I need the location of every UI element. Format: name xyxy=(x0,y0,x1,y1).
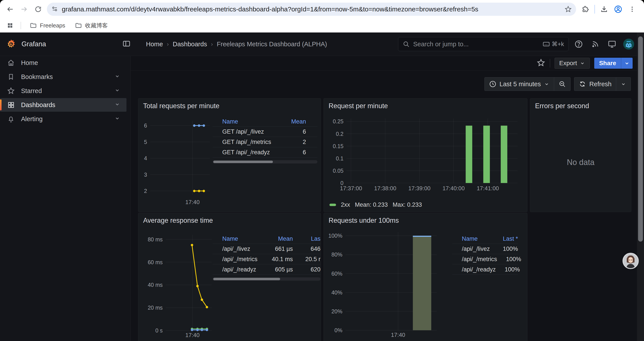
series-name[interactable]: /api/_/readyz xyxy=(462,266,496,273)
series-value: 40.1 ms xyxy=(266,256,298,263)
back-icon xyxy=(6,5,14,13)
forward-button[interactable] xyxy=(17,2,31,16)
legend-row[interactable]: /api/_/readyz605 µs620 xyxy=(212,264,320,275)
page-scrollbar[interactable] xyxy=(637,33,644,341)
panel-title[interactable]: Errors per second xyxy=(535,102,589,110)
panel-total-requests-per-minute[interactable]: Total requests per minute 6543217:40 Nam… xyxy=(138,98,321,212)
search-shortcut: ⌘+k xyxy=(542,40,564,48)
url-text[interactable]: grafana.mathmast.com/d/deytv4rwavabkb/fr… xyxy=(62,6,562,13)
share-menu-button[interactable] xyxy=(621,58,632,69)
series-name[interactable]: GET /api/_/readyz xyxy=(222,149,291,156)
svg-text:17:37:00: 17:37:00 xyxy=(340,185,362,192)
reload-button[interactable] xyxy=(31,2,45,16)
series-name[interactable]: 2xx xyxy=(341,201,350,208)
star-icon xyxy=(6,87,15,95)
scrollbar-thumb[interactable] xyxy=(638,37,643,242)
download-icon xyxy=(600,5,608,13)
apps-shortcut-button[interactable] xyxy=(4,20,16,31)
series-name[interactable]: /api/_/livez xyxy=(462,245,494,252)
legend-row[interactable]: GET /api/_/livez6 xyxy=(212,127,318,137)
line-chart[interactable]: 6543217:40 xyxy=(138,99,215,210)
legend-row[interactable]: /api/_/metrics40.1 ms20.5 r xyxy=(212,254,320,264)
series-name[interactable]: /api/_/metrics xyxy=(222,256,266,263)
bookmark-star-button[interactable] xyxy=(562,4,574,15)
panel-average-response-time[interactable]: Average response time 80 ms60 ms40 ms20 … xyxy=(138,213,321,341)
legend-row[interactable]: /api/_/metrics100% xyxy=(452,254,518,264)
share-split-button: Share xyxy=(594,58,632,69)
svg-text:17:40: 17:40 xyxy=(186,199,200,205)
sidebar-item-starred[interactable]: Starred xyxy=(0,84,126,98)
favorite-dashboard-button[interactable] xyxy=(536,58,545,68)
browser-menu-button[interactable] xyxy=(625,2,639,16)
series-value: 2 xyxy=(291,139,318,146)
svg-text:3: 3 xyxy=(144,172,147,178)
breadcrumb-separator: › xyxy=(167,41,169,48)
legend-horizontal-scrollbar[interactable] xyxy=(212,160,318,163)
keyboard-icon xyxy=(542,40,550,48)
series-color-pill xyxy=(330,204,336,206)
legend-row[interactable]: /api/_/livez661 µs646 xyxy=(212,244,320,254)
series-name[interactable]: GET /api/_/livez xyxy=(222,128,291,135)
svg-text:40 ms: 40 ms xyxy=(148,282,163,288)
bar-chart[interactable]: 0.250.20.150.10.05017:37:0017:38:0017:39… xyxy=(327,99,524,196)
legend-horizontal-scrollbar[interactable] xyxy=(212,277,320,281)
back-button[interactable] xyxy=(3,2,17,16)
panel-requests-under-100ms[interactable]: Requests under 100ms 100%80%60%40%20%0%1… xyxy=(324,213,528,341)
series-name[interactable]: GET /api/_/metrics xyxy=(222,139,291,146)
url-bar[interactable]: grafana.mathmast.com/d/deytv4rwavabkb/fr… xyxy=(47,3,576,16)
search-input[interactable]: Search or jump to... ⌘+k xyxy=(398,37,568,51)
line-chart[interactable]: 80 ms60 ms40 ms20 ms0 s17:40 xyxy=(138,213,215,341)
sidebar-item-alerting[interactable]: Alerting xyxy=(0,112,126,126)
bookmark-folder-blogs[interactable]: 收藏博客 xyxy=(71,20,112,31)
sidebar-item-dashboards[interactable]: Dashboards xyxy=(0,98,126,112)
breadcrumb-home[interactable]: Home xyxy=(146,41,163,48)
legend-table: NameMeanGET /api/_/livez6GET /api/_/metr… xyxy=(212,117,318,163)
refresh-button[interactable]: Refresh xyxy=(574,78,616,91)
chevron-down-icon[interactable] xyxy=(114,87,120,95)
sidebar-item-home[interactable]: Home xyxy=(0,56,126,70)
series-name[interactable]: /api/_/readyz xyxy=(222,266,266,273)
profile-button[interactable] xyxy=(611,2,625,16)
dashboard-subheader: Export Share xyxy=(131,56,644,71)
girl-avatar-icon xyxy=(624,254,638,268)
extensions-puzzle-icon xyxy=(582,6,589,13)
zoom-out-button[interactable] xyxy=(554,78,570,91)
chevron-down-icon[interactable] xyxy=(114,101,120,109)
panel-errors-per-second[interactable]: Errors per second No data xyxy=(530,98,631,212)
user-avatar[interactable] xyxy=(622,38,635,51)
bookmark-folder-freeleaps[interactable]: Freeleaps xyxy=(26,20,69,31)
refresh-interval-button[interactable] xyxy=(616,78,631,91)
legend-row[interactable]: /api/_/readyz100% xyxy=(452,264,518,275)
share-button[interactable]: Share xyxy=(594,58,621,69)
legend-row[interactable]: GET /api/_/readyz6 xyxy=(212,147,318,158)
chevron-down-icon[interactable] xyxy=(114,73,120,81)
series-name[interactable]: /api/_/metrics xyxy=(462,256,497,263)
export-button[interactable]: Export xyxy=(554,58,590,69)
svg-text:5: 5 xyxy=(144,139,147,145)
extensions-button[interactable] xyxy=(578,2,592,16)
time-range-picker[interactable]: Last 5 minutes xyxy=(485,78,554,91)
svg-text:0.25: 0.25 xyxy=(333,118,344,124)
dashboard-canvas: Last 5 minutes Refresh xyxy=(131,71,644,341)
legend-row[interactable]: /api/_/livez100% xyxy=(452,244,518,254)
panel-request-per-minute[interactable]: Request per minute 0.250.20.150.10.05017… xyxy=(324,98,528,212)
bar-chart[interactable]: 100%80%60%40%20%0%17:40 xyxy=(327,213,450,341)
reload-icon xyxy=(34,6,42,13)
toolbar-divider xyxy=(594,5,595,14)
kiosk-mode-button[interactable] xyxy=(606,38,618,51)
help-button[interactable] xyxy=(572,38,585,51)
site-settings-icon[interactable] xyxy=(51,6,58,13)
grafana-logo[interactable] xyxy=(6,39,16,49)
breadcrumb-dashboards[interactable]: Dashboards xyxy=(173,41,207,48)
bookmark-folder-label: 收藏博客 xyxy=(85,22,108,30)
sidebar-item-bookmarks[interactable]: Bookmarks xyxy=(0,70,126,84)
assistant-avatar-widget[interactable] xyxy=(622,253,639,269)
series-name[interactable]: /api/_/livez xyxy=(222,245,266,252)
downloads-button[interactable] xyxy=(597,2,611,16)
legend-row[interactable]: GET /api/_/metrics2 xyxy=(212,137,318,147)
chevron-down-icon[interactable] xyxy=(114,115,120,123)
collapse-sidebar-button[interactable] xyxy=(122,40,131,49)
series-value: 100% xyxy=(494,245,518,252)
star-icon xyxy=(564,6,572,13)
news-button[interactable] xyxy=(589,38,602,51)
